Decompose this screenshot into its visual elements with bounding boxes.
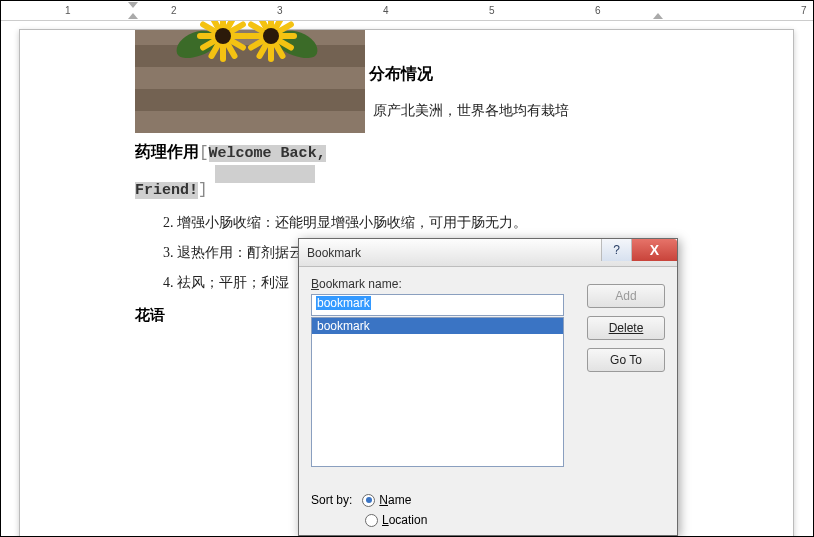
dialog-title-text: Bookmark: [307, 246, 361, 260]
bookmark-text-line1: Welcome Back,: [209, 145, 326, 162]
add-button-label: Add: [615, 289, 636, 303]
help-icon: ?: [613, 243, 620, 257]
list-item-4: 4. 祛风；平肝；利湿: [163, 274, 289, 292]
bookmark-highlight-continuation: [215, 165, 315, 183]
horizontal-ruler[interactable]: 1 2 3 4 5 6 7: [1, 1, 813, 21]
ruler-num-5: 5: [489, 5, 495, 16]
dialog-help-button[interactable]: ?: [601, 239, 631, 261]
first-line-indent-marker[interactable]: [128, 2, 138, 8]
ruler-num-2: 2: [171, 5, 177, 16]
bookmark-list[interactable]: bookmark: [311, 317, 564, 467]
delete-button[interactable]: Delete: [587, 316, 665, 340]
bookmark-name-label-text: ookmark name:: [319, 277, 402, 291]
heading-flower-language: 花语: [135, 306, 165, 325]
inline-image[interactable]: [135, 30, 365, 133]
delete-button-label: Delete: [609, 321, 644, 335]
add-button[interactable]: Add: [587, 284, 665, 308]
right-indent-marker[interactable]: [653, 13, 663, 19]
dialog-body: Bookmark name: bookmark bookmark Add Del…: [299, 267, 677, 473]
radio-name-row[interactable]: Name: [362, 493, 411, 507]
bookmark-text-line2: Friend!: [135, 182, 198, 199]
bookmark-end-bracket: ]: [198, 181, 208, 199]
bookmark-start-bracket: [: [199, 144, 209, 162]
dialog-titlebar[interactable]: Bookmark ? X: [299, 239, 677, 267]
text-distribution: 原产北美洲，世界各地均有栽培: [373, 102, 569, 120]
left-indent-marker[interactable]: [128, 13, 138, 19]
sort-by-label: Sort by:: [311, 493, 352, 507]
bookmark-name-input[interactable]: bookmark: [311, 294, 564, 316]
goto-button[interactable]: Go To: [587, 348, 665, 372]
close-icon: X: [650, 242, 659, 258]
heading-distribution: 分布情况: [369, 64, 433, 85]
ruler-num-1: 1: [65, 5, 71, 16]
ruler-num-4: 4: [383, 5, 389, 16]
heading-pharma: 药理作用: [135, 143, 199, 160]
bookmark-name-value: bookmark: [316, 296, 371, 310]
bookmark-list-item[interactable]: bookmark: [312, 318, 563, 334]
bookmark-name-accel: B: [311, 277, 319, 291]
ruler-num-7: 7: [801, 5, 807, 16]
dialog-close-button[interactable]: X: [631, 239, 677, 261]
radio-location[interactable]: [365, 514, 378, 527]
sort-by-row: Sort by: Name: [311, 493, 411, 507]
ruler-num-6: 6: [595, 5, 601, 16]
radio-location-row[interactable]: Location: [365, 513, 427, 527]
goto-button-label: Go To: [610, 353, 642, 367]
radio-location-label: Location: [382, 513, 427, 527]
radio-name[interactable]: [362, 494, 375, 507]
bookmark-dialog[interactable]: Bookmark ? X Bookmark name: bookmark boo…: [298, 238, 678, 536]
radio-name-label: Name: [379, 493, 411, 507]
list-item-2: 2. 增强小肠收缩：还能明显增强小肠收缩，可用于肠无力。: [163, 214, 527, 232]
bookmark-line2: Friend!]: [135, 180, 208, 199]
ruler-num-3: 3: [277, 5, 283, 16]
